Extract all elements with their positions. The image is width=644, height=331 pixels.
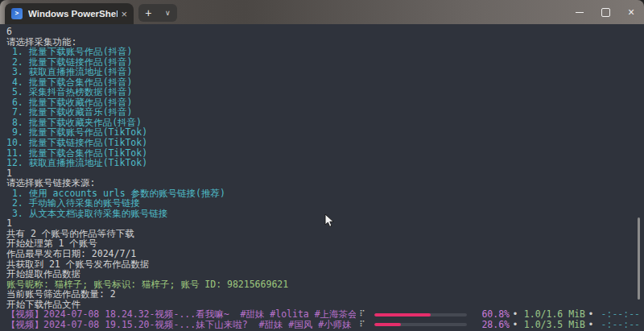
menu-item: 7. 批量下载收藏音乐(抖音)	[6, 107, 644, 118]
menu-item: 2. 手动输入待采集的账号链接	[6, 198, 644, 209]
maximize-button[interactable]	[592, 0, 618, 24]
menu-item: 1. 批量下载账号作品(抖音)	[6, 47, 644, 57]
terminal-line: 共获取到 21 个账号发布作品数据	[6, 259, 644, 270]
close-icon: ×	[628, 6, 634, 18]
download-filename: 【视频】2024-07-08 18.24.32-视频-...看我嘛~ #甜妹 #…	[6, 309, 356, 320]
tab-windows-powershell[interactable]: > Windows PowerShell ×	[5, 3, 134, 24]
bullet-separator: •	[585, 309, 597, 320]
terminal-line: 开始处理第 1 个账号	[6, 238, 644, 249]
download-progress-row: 【视频】2024-07-08 19.15.20-视频-...妹下山来啦? #甜妹…	[6, 320, 644, 330]
minimize-button[interactable]	[567, 0, 592, 24]
terminal-line: 请选择采集功能:	[6, 37, 644, 48]
terminal-line: 开始提取作品数据	[6, 269, 644, 279]
bullet-separator: •	[510, 309, 521, 320]
menu-item: 11. 批量下载合集作品(TikTok)	[6, 148, 644, 159]
time-remaining: -:--:--	[597, 320, 640, 330]
download-size: 1.0/3.5 MiB	[521, 320, 585, 330]
terminal-line: 作品最早发布日期: 2024/7/1	[6, 249, 644, 259]
terminal-line: 6	[6, 27, 644, 37]
progress-bar-fill	[374, 313, 431, 317]
terminal-output: 6 请选择采集功能: 1. 批量下载账号作品(抖音) 2. 批量下载链接作品(抖…	[0, 24, 644, 331]
minimize-icon	[576, 12, 584, 13]
new-tab-group: + ∨	[138, 4, 177, 22]
menu-item: 12. 获取直播推流地址(TikTok)	[6, 158, 644, 168]
spinner-icon: ⠏	[356, 320, 369, 330]
window-controls: ×	[567, 0, 644, 24]
tab-close-icon[interactable]: ×	[121, 9, 127, 19]
title-bar: > Windows PowerShell × + ∨ ×	[0, 0, 644, 24]
powershell-icon: >	[11, 8, 23, 19]
close-button[interactable]: ×	[618, 0, 644, 24]
terminal-line: 请选择账号链接来源:	[6, 178, 644, 188]
account-info-line: 账号昵称: 猫梓子; 账号标识: 猫梓子; 账号 ID: 98215669621	[6, 279, 644, 290]
menu-item: 10. 批量下载链接作品(TikTok)	[6, 138, 644, 148]
bullet-separator: •	[585, 320, 597, 330]
menu-item: 8. 批量下载收藏夹作品(抖音)	[6, 118, 644, 128]
bullet-separator: •	[510, 320, 521, 330]
chevron-down-icon[interactable]: ∨	[165, 10, 171, 17]
menu-item: 1. 使用 accounts_urls 参数的账号链接(推荐)	[6, 188, 644, 199]
menu-item: 9. 批量下载账号作品(TikTok)	[6, 127, 644, 138]
menu-item: 6. 批量下载收藏作品(抖音)	[6, 97, 644, 108]
mouse-cursor	[324, 213, 335, 228]
progress-percent: 60.8%	[474, 309, 510, 320]
time-remaining: -:--:--	[597, 309, 640, 320]
progress-bar	[374, 313, 467, 317]
terminal-line: 共有 2 个账号的作品等待下载	[6, 229, 644, 239]
spinner-icon: ⠏	[356, 309, 369, 320]
menu-item: 3. 获取直播推流地址(抖音)	[6, 67, 644, 77]
terminal-line: 1	[6, 168, 644, 179]
tab-title: Windows PowerShell	[28, 9, 118, 19]
menu-item: 5. 采集抖音热榜数据(抖音)	[6, 87, 644, 97]
maximize-icon	[601, 8, 610, 17]
scrollbar-thumb[interactable]	[638, 217, 640, 300]
menu-item: 2. 批量下载链接作品(抖音)	[6, 57, 644, 68]
progress-percent: 28.6%	[474, 320, 510, 330]
progress-bar-fill	[374, 323, 401, 326]
new-tab-button[interactable]: +	[145, 7, 151, 19]
download-progress-row: 【视频】2024-07-08 18.24.32-视频-...看我嘛~ #甜妹 #…	[6, 309, 644, 320]
download-filename: 【视频】2024-07-08 19.15.20-视频-...妹下山来啦? #甜妹…	[6, 320, 356, 330]
menu-item: 4. 批量下载合集作品(抖音)	[6, 77, 644, 88]
terminal-line: 当前账号筛选作品数量: 2	[6, 289, 644, 300]
download-size: 1.0/1.6 MiB	[521, 309, 585, 320]
terminal-window: > Windows PowerShell × + ∨ × 6 请选择采集功能: …	[0, 0, 644, 331]
progress-bar	[374, 323, 467, 326]
